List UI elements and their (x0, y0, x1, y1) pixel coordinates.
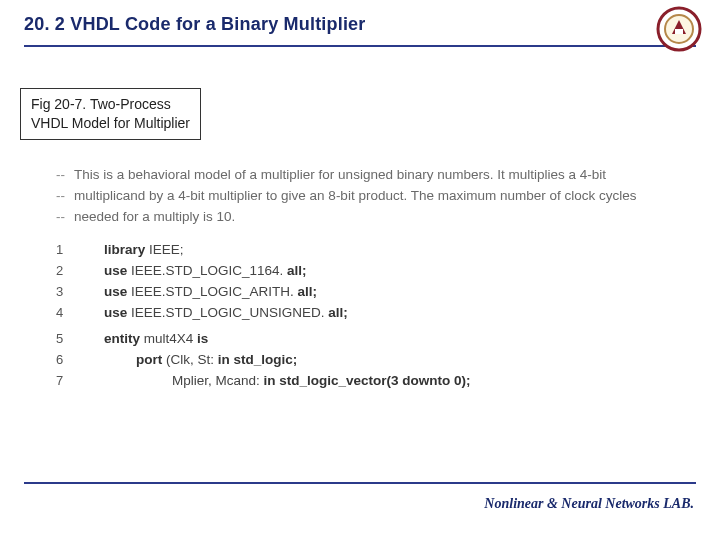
code-text: entity mult4X4 is (78, 329, 208, 350)
keyword: use (104, 305, 131, 320)
figure-caption-box: Fig 20-7. Two-Process VHDL Model for Mul… (20, 88, 201, 140)
keyword: in std_logic_vector(3 downto 0); (264, 373, 471, 388)
comment-dash-icon: -- (56, 207, 74, 228)
code-line: 6port (Clk, St: in std_logic; (56, 350, 680, 371)
identifier: mult4X4 (144, 331, 197, 346)
code-line: 5entity mult4X4 is (56, 329, 680, 350)
code-line: 2use IEEE.STD_LOGIC_1164. all; (56, 261, 680, 282)
keyword: all; (287, 263, 307, 278)
code-comment: --multiplicand by a 4-bit multiplier to … (56, 186, 680, 207)
code-line: 3use IEEE.STD_LOGIC_ARITH. all; (56, 282, 680, 303)
keyword: port (136, 352, 166, 367)
identifier: (Clk, St: (166, 352, 218, 367)
code-line: 1library IEEE; (56, 240, 680, 261)
keyword: use (104, 263, 131, 278)
code-text: Mplier, Mcand: in std_logic_vector(3 dow… (78, 371, 471, 392)
comment-text: multiplicand by a 4-bit multiplier to gi… (74, 188, 637, 203)
code-text: use IEEE.STD_LOGIC_UNSIGNED. all; (78, 303, 348, 324)
page-title: 20. 2 VHDL Code for a Binary Multiplier (24, 14, 696, 35)
keyword: in std_logic; (218, 352, 298, 367)
footer-lab-name: Nonlinear & Neural Networks LAB. (484, 496, 694, 512)
code-line: 4use IEEE.STD_LOGIC_UNSIGNED. all; (56, 303, 680, 324)
university-logo (656, 6, 702, 56)
keyword: all; (328, 305, 348, 320)
figure-caption-line: Fig 20-7. Two-Process (31, 95, 190, 114)
code-text: use IEEE.STD_LOGIC_ARITH. all; (78, 282, 317, 303)
comment-dash-icon: -- (56, 186, 74, 207)
header-divider (24, 45, 696, 47)
identifier: IEEE; (149, 242, 184, 257)
code-listing: --This is a behavioral model of a multip… (56, 165, 680, 392)
line-number: 7 (56, 371, 78, 391)
line-number: 3 (56, 282, 78, 302)
keyword: library (104, 242, 149, 257)
identifier: IEEE.STD_LOGIC_1164. (131, 263, 287, 278)
code-comment: --This is a behavioral model of a multip… (56, 165, 680, 186)
comment-text: This is a behavioral model of a multipli… (74, 167, 606, 182)
svg-rect-2 (675, 29, 683, 34)
keyword: is (197, 331, 208, 346)
keyword: use (104, 284, 131, 299)
comment-dash-icon: -- (56, 165, 74, 186)
code-lines-container: 1library IEEE;2use IEEE.STD_LOGIC_1164. … (56, 240, 680, 392)
code-text: library IEEE; (78, 240, 184, 261)
seal-icon (656, 6, 702, 52)
code-comment: --needed for a multiply is 10. (56, 207, 680, 228)
line-number: 4 (56, 303, 78, 323)
keyword: entity (104, 331, 144, 346)
line-number: 6 (56, 350, 78, 370)
code-line: 7Mplier, Mcand: in std_logic_vector(3 do… (56, 371, 680, 392)
footer-divider (24, 482, 696, 484)
figure-caption-line: VHDL Model for Multiplier (31, 114, 190, 133)
code-text: port (Clk, St: in std_logic; (78, 350, 297, 371)
line-number: 2 (56, 261, 78, 281)
keyword: all; (298, 284, 318, 299)
identifier: IEEE.STD_LOGIC_UNSIGNED. (131, 305, 328, 320)
slide-header: 20. 2 VHDL Code for a Binary Multiplier (0, 0, 720, 39)
comment-text: needed for a multiply is 10. (74, 209, 235, 224)
code-text: use IEEE.STD_LOGIC_1164. all; (78, 261, 307, 282)
identifier: Mplier, Mcand: (172, 373, 264, 388)
identifier: IEEE.STD_LOGIC_ARITH. (131, 284, 298, 299)
line-number: 5 (56, 329, 78, 349)
line-number: 1 (56, 240, 78, 260)
